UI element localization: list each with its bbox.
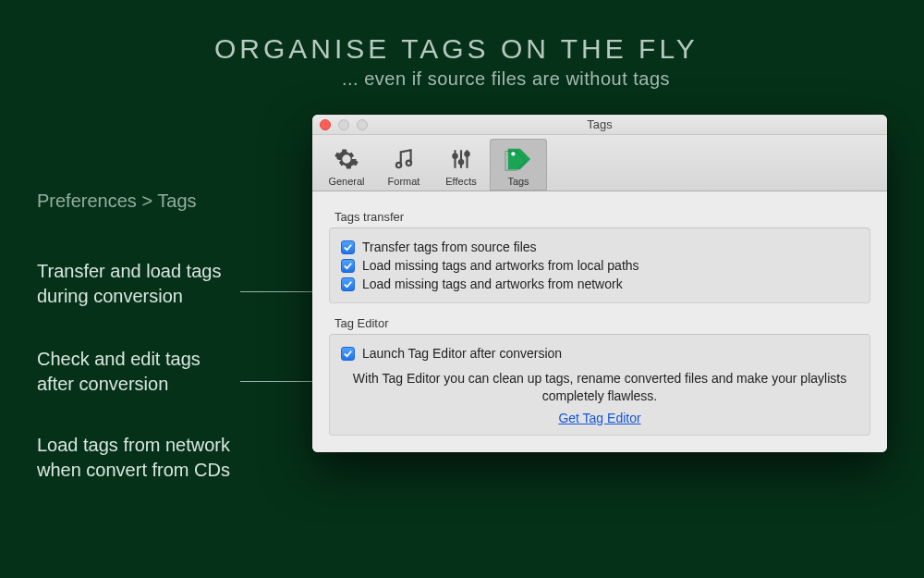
svg-point-6 [459, 160, 463, 164]
subheadline: ... even if source files are without tag… [342, 68, 670, 90]
preferences-window: Tags General Format Effects Tags [312, 115, 887, 452]
svg-point-0 [396, 163, 401, 167]
breadcrumb: Preferences > Tags [37, 189, 197, 214]
annotation-line: during conversion [37, 286, 183, 306]
checkbox-load-local[interactable] [341, 259, 355, 273]
checkbox-load-network[interactable] [341, 277, 355, 291]
toolbar: General Format Effects Tags [312, 135, 887, 191]
connector-line [240, 381, 312, 382]
svg-point-7 [465, 152, 468, 155]
minimize-traffic-light[interactable] [338, 119, 349, 130]
svg-point-1 [407, 161, 411, 166]
option-row: Launch Tag Editor after conversion [341, 344, 858, 363]
option-row: Transfer tags from source files [341, 238, 858, 256]
checkbox-launch-editor[interactable] [341, 347, 355, 361]
tab-general[interactable]: General [318, 139, 375, 191]
annotation-line: after conversion [37, 374, 168, 394]
svg-point-8 [511, 152, 515, 155]
editor-description: With Tag Editor you can clean up tags, r… [348, 370, 851, 405]
tab-label: Effects [432, 176, 490, 187]
annotation-line: Transfer and load tags [37, 261, 221, 281]
content-pane: Tags transfer Transfer tags from source … [312, 191, 887, 452]
option-row: Load missing tags and artworks from netw… [341, 275, 858, 293]
section-title-transfer: Tags transfer [334, 210, 870, 224]
tag-icon [490, 144, 547, 174]
section-editor: Launch Tag Editor after conversion With … [329, 334, 870, 436]
annotation-line: when convert from CDs [37, 460, 230, 480]
checkbox-transfer-source[interactable] [341, 240, 355, 254]
tab-format[interactable]: Format [375, 139, 432, 191]
option-label: Launch Tag Editor after conversion [362, 346, 562, 361]
traffic-lights [320, 119, 368, 130]
tab-label: Format [375, 176, 432, 187]
music-note-icon [375, 144, 432, 174]
annotation-network: Load tags from network when convert from… [37, 433, 230, 483]
option-label: Transfer tags from source files [362, 240, 537, 254]
window-title: Tags [312, 117, 887, 131]
tab-label: Tags [490, 176, 547, 187]
section-transfer: Transfer tags from source files Load mis… [329, 228, 870, 303]
sliders-icon [432, 144, 490, 174]
headline: ORGANISE TAGS ON THE FLY [214, 33, 699, 65]
annotation-line: Load tags from network [37, 435, 230, 455]
option-row: Load missing tags and artworks from loca… [341, 256, 858, 275]
connector-line [240, 291, 312, 292]
close-traffic-light[interactable] [320, 119, 331, 130]
tab-tags[interactable]: Tags [490, 139, 547, 191]
annotation-editor: Check and edit tags after conversion [37, 347, 201, 397]
svg-point-5 [453, 154, 456, 158]
gear-icon [318, 144, 375, 174]
option-label: Load missing tags and artworks from loca… [362, 258, 639, 273]
section-title-editor: Tag Editor [334, 316, 870, 330]
zoom-traffic-light[interactable] [357, 119, 368, 130]
option-label: Load missing tags and artworks from netw… [362, 277, 623, 291]
tab-effects[interactable]: Effects [432, 139, 490, 191]
get-tag-editor-link[interactable]: Get Tag Editor [341, 411, 858, 425]
titlebar: Tags [312, 115, 887, 135]
annotation-line: Check and edit tags [37, 349, 201, 369]
annotation-transfer: Transfer and load tags during conversion [37, 259, 221, 309]
tab-label: General [318, 176, 375, 187]
